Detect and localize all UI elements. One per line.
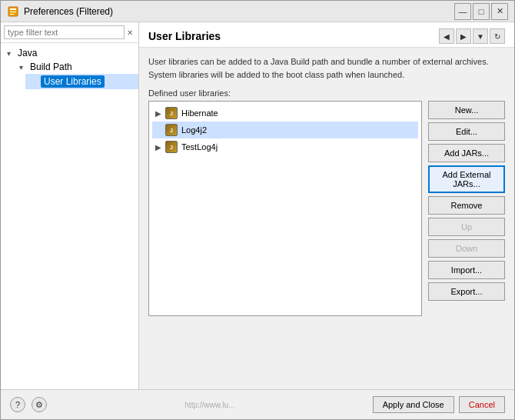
- edit-button[interactable]: Edit...: [428, 122, 505, 141]
- log4j2-label: Log4j2: [181, 125, 207, 135]
- import-button[interactable]: Import...: [428, 261, 505, 279]
- build-path-children: User Libraries: [13, 74, 138, 89]
- java-children: ▾ Build Path User Libraries: [1, 60, 138, 89]
- minimize-button[interactable]: —: [454, 3, 471, 20]
- log4j2-icon: J: [164, 123, 178, 137]
- lib-item-testlog4j[interactable]: ▶ J TestLog4j: [152, 138, 418, 155]
- settings-button[interactable]: ⚙: [32, 397, 47, 412]
- remove-button[interactable]: Remove: [428, 196, 505, 215]
- footer: ? ⚙ http://www.lu... Apply and Close Can…: [1, 389, 514, 419]
- filter-input[interactable]: [4, 25, 125, 39]
- content-area: ✕ ▾ Java ▾ Build Path User Libraries: [1, 22, 514, 389]
- window-icon: [7, 5, 19, 18]
- apply-and-close-button[interactable]: Apply and Close: [373, 396, 454, 413]
- main-body: User libraries can be added to a Java Bu…: [139, 48, 514, 389]
- watermark-text: http://www.lu...: [184, 401, 234, 409]
- sidebar-item-build-path-label: Build Path: [28, 62, 72, 72]
- refresh-button[interactable]: ↻: [490, 28, 505, 44]
- filter-clear-icon[interactable]: ✕: [125, 27, 135, 38]
- hibernate-label: Hibernate: [181, 108, 218, 118]
- down-button[interactable]: Down: [428, 239, 505, 258]
- description-text: User libraries can be added to a Java Bu…: [148, 55, 505, 81]
- add-external-jars-button[interactable]: Add External JARs...: [428, 165, 505, 193]
- sidebar-item-user-libraries[interactable]: User Libraries: [25, 74, 138, 89]
- footer-left: ? ⚙: [10, 397, 47, 412]
- sidebar-item-java[interactable]: ▾ Java: [1, 46, 138, 60]
- svg-rect-1: [10, 8, 16, 10]
- navigation-arrows: ◀ ▶ ▼ ↻: [439, 28, 505, 44]
- main-header: User Libraries ◀ ▶ ▼ ↻: [139, 22, 514, 48]
- panel-title: User Libraries: [148, 30, 221, 42]
- dropdown-button[interactable]: ▼: [473, 28, 488, 44]
- back-button[interactable]: ◀: [439, 28, 454, 44]
- sidebar-item-java-label: Java: [16, 48, 37, 58]
- filter-box: ✕: [1, 22, 138, 43]
- titlebar: Preferences (Filtered) — □ ✕: [1, 1, 514, 22]
- main-panel: User Libraries ◀ ▶ ▼ ↻ User libraries ca…: [139, 22, 514, 389]
- svg-rect-2: [10, 12, 16, 12]
- maximize-button[interactable]: □: [473, 3, 490, 20]
- preferences-window: Preferences (Filtered) — □ ✕ ✕ ▾ Java ▾: [0, 0, 515, 420]
- sidebar-item-user-libraries-label: User Libraries: [41, 75, 105, 88]
- sidebar: ✕ ▾ Java ▾ Build Path User Libraries: [1, 22, 139, 389]
- defined-label: Defined user libraries:: [148, 88, 505, 98]
- testlog4j-label: TestLog4j: [181, 142, 218, 152]
- export-button[interactable]: Export...: [428, 282, 505, 301]
- window-title: Preferences (Filtered): [24, 6, 454, 17]
- hibernate-toggle-icon: ▶: [155, 109, 164, 118]
- lib-item-hibernate[interactable]: ▶ J Hibernate: [152, 105, 418, 122]
- footer-right: Apply and Close Cancel: [373, 396, 505, 413]
- window-controls: — □ ✕: [454, 3, 508, 20]
- lib-item-log4j2[interactable]: J Log4j2: [152, 122, 418, 138]
- forward-button[interactable]: ▶: [456, 28, 471, 44]
- action-buttons: New... Edit... Add JARs... Add External …: [428, 101, 505, 316]
- build-path-toggle-icon: ▾: [19, 63, 28, 72]
- close-button[interactable]: ✕: [491, 3, 508, 20]
- testlog4j-icon: J: [164, 140, 178, 154]
- sidebar-item-build-path[interactable]: ▾ Build Path: [13, 60, 138, 74]
- java-toggle-icon: ▾: [7, 49, 16, 58]
- hibernate-icon: J: [164, 106, 178, 120]
- library-area: ▶ J Hibernate J Log4j2: [148, 101, 505, 316]
- testlog4j-toggle-icon: ▶: [155, 143, 164, 152]
- new-button[interactable]: New...: [428, 101, 505, 119]
- library-list[interactable]: ▶ J Hibernate J Log4j2: [148, 101, 422, 316]
- up-button[interactable]: Up: [428, 218, 505, 236]
- sidebar-tree: ▾ Java ▾ Build Path User Libraries: [1, 43, 138, 389]
- cancel-button[interactable]: Cancel: [459, 396, 505, 413]
- help-button[interactable]: ?: [10, 397, 25, 412]
- add-jars-button[interactable]: Add JARs...: [428, 144, 505, 162]
- svg-rect-3: [10, 14, 14, 15]
